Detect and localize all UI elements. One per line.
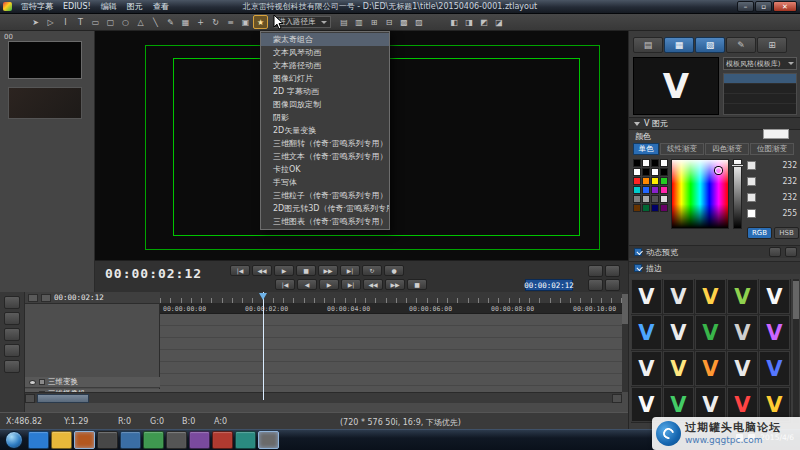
app-icon-teal[interactable] (235, 431, 256, 449)
blue-chip[interactable] (747, 193, 756, 202)
style-preview[interactable]: V (631, 279, 662, 314)
track-delete-icon[interactable] (4, 312, 20, 325)
style-preview[interactable]: V (663, 351, 694, 386)
previous-frame-button[interactable]: |◀ (275, 279, 295, 290)
tab-settings[interactable]: ⊞ (757, 37, 787, 53)
blue-value[interactable]: 232 (783, 193, 797, 202)
palette-swatch[interactable] (633, 168, 641, 176)
style-preview[interactable]: V (759, 279, 790, 314)
edius-app-icon[interactable] (258, 431, 279, 449)
playhead-line[interactable] (263, 292, 264, 400)
template-list-item[interactable] (724, 94, 796, 104)
preview-stop-button[interactable] (785, 247, 797, 257)
palette-swatch[interactable] (651, 159, 659, 167)
scrollbar-thumb[interactable] (622, 294, 628, 324)
style-preview[interactable]: V (631, 351, 662, 386)
grid-icon[interactable]: ⊞ (367, 15, 382, 29)
timeline-tracks-area[interactable] (160, 314, 622, 392)
app-icon-dark[interactable] (97, 431, 118, 449)
menu-leite-subtitle[interactable]: 雷特字幕 (16, 0, 58, 13)
green-chip[interactable] (747, 177, 756, 186)
text-tool[interactable]: T (73, 15, 88, 29)
red-value[interactable]: 232 (783, 161, 797, 170)
close-button[interactable]: ✕ (773, 1, 797, 12)
green-value[interactable]: 232 (783, 177, 797, 186)
go-to-start-button[interactable]: |◀ (230, 265, 250, 276)
color-mode-linear-gradient[interactable]: 线性渐变 (660, 143, 704, 155)
current-color-swatch[interactable] (763, 129, 789, 139)
next-frame-button[interactable]: ▶| (341, 279, 361, 290)
menu-item-2d-to-3d[interactable]: 2D图元转3D（传奇·雷鸣系列专用） (261, 202, 389, 215)
style-preview[interactable]: V (759, 351, 790, 386)
align-left-icon[interactable]: ▤ (337, 15, 352, 29)
style-preview[interactable]: V (695, 315, 726, 350)
palette-swatch[interactable] (660, 159, 668, 167)
menu-item-2d-vector[interactable]: 2D矢量变换 (261, 124, 389, 137)
alpha-chip[interactable] (747, 209, 756, 218)
style-preview[interactable]: V (663, 279, 694, 314)
jump-back-button[interactable]: ◀◀ (363, 279, 383, 290)
color-mode-solid[interactable]: 单色 (633, 143, 659, 155)
play-button[interactable]: ▶ (274, 265, 294, 276)
select-tool[interactable]: ➤ (28, 15, 43, 29)
line-tool[interactable]: ╲ (148, 15, 163, 29)
palette-swatch[interactable] (651, 168, 659, 176)
menu-item-montage[interactable]: 蒙太奇组合 (261, 33, 389, 46)
template-list-item[interactable] (724, 84, 796, 94)
style-preview[interactable]: V (631, 315, 662, 350)
zoom-out-icon[interactable] (4, 344, 20, 357)
half-left-icon[interactable]: ◧ (447, 15, 462, 29)
ellipse-tool[interactable]: ○ (118, 15, 133, 29)
palette-swatch[interactable] (660, 195, 668, 203)
start-button[interactable] (5, 431, 23, 449)
palette-swatch[interactable] (633, 159, 641, 167)
palette-swatch[interactable] (633, 177, 641, 185)
collapse-all-icon[interactable] (28, 294, 38, 302)
pen-tool[interactable]: ✎ (163, 15, 178, 29)
brightness-slider[interactable] (733, 159, 742, 229)
grid-view-button[interactable] (605, 279, 620, 291)
menu-item-image-playback[interactable]: 图像回放定制 (261, 98, 389, 111)
fit-view-button[interactable] (588, 265, 603, 277)
palette-swatch[interactable] (642, 168, 650, 176)
color-mode-four-color[interactable]: 四色渐变 (705, 143, 749, 155)
app-icon-red[interactable] (212, 431, 233, 449)
palette-swatch[interactable] (642, 186, 650, 194)
track-visibility-icon[interactable] (29, 380, 36, 385)
record-button[interactable]: ● (384, 265, 404, 276)
rotate-tool[interactable]: ↻ (208, 15, 223, 29)
loop-button[interactable]: ↻ (362, 265, 382, 276)
animation-library-tool[interactable]: ★ (253, 15, 268, 29)
track-add-icon[interactable] (4, 296, 20, 309)
minimize-button[interactable]: – (737, 1, 754, 12)
half-bottom-icon[interactable]: ◪ (492, 15, 507, 29)
palette-swatch[interactable] (651, 195, 659, 203)
tab-edit[interactable]: ✎ (726, 37, 756, 53)
effects-icon[interactable]: ▨ (412, 15, 427, 29)
palette-swatch[interactable] (660, 177, 668, 185)
stop-button[interactable]: ■ (296, 265, 316, 276)
style-preview[interactable]: V (663, 315, 694, 350)
palette-swatch[interactable] (633, 204, 641, 212)
palette-swatch[interactable] (642, 195, 650, 203)
menu-item-image-slideshow[interactable]: 图像幻灯片 (261, 72, 389, 85)
style-preview[interactable]: V (695, 279, 726, 314)
palette-swatch[interactable] (633, 195, 641, 203)
menu-edit[interactable]: 编辑 (96, 0, 122, 13)
style-preview[interactable]: V (727, 351, 758, 386)
scroll-right-arrow[interactable] (612, 394, 622, 403)
menu-item-3d-flip[interactable]: 三维翻转（传奇·雷鸣系列专用） (261, 137, 389, 150)
palette-swatch[interactable] (633, 186, 641, 194)
text-cursor-tool[interactable]: I (58, 15, 73, 29)
duration-field[interactable]: 00:00:02:12 (525, 279, 573, 291)
palette-swatch[interactable] (642, 177, 650, 185)
step-forward-button[interactable]: ▶ (319, 279, 339, 290)
expand-all-icon[interactable] (41, 294, 51, 302)
scroll-left-arrow[interactable] (25, 394, 35, 403)
menu-item-karaoke[interactable]: 卡拉OK (261, 163, 389, 176)
timeline-vertical-scrollbar[interactable] (622, 292, 628, 392)
track-lock-icon[interactable] (39, 379, 45, 385)
hsb-mode-button[interactable]: HSB (774, 227, 799, 239)
timeline-horizontal-scrollbar[interactable] (25, 392, 622, 403)
style-preview[interactable]: V (759, 315, 790, 350)
